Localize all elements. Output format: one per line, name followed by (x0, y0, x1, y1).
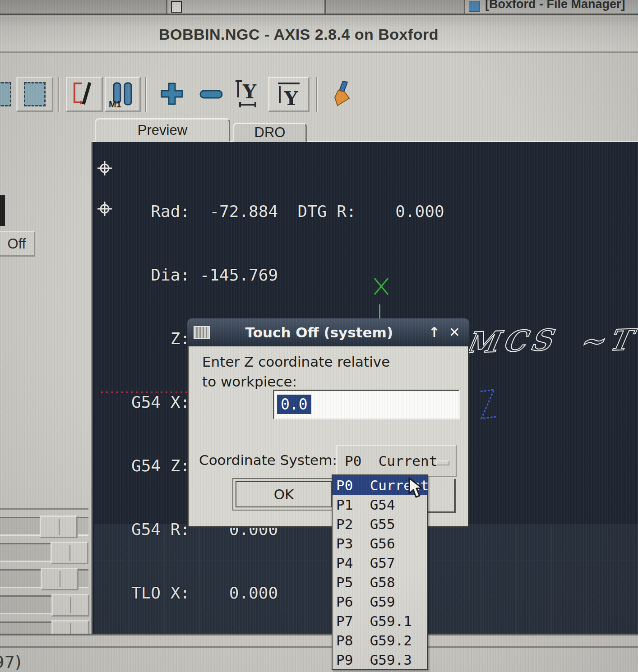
optional-pause-button[interactable]: M1 (105, 77, 141, 112)
toolpath-engraving-fragment: ~T (577, 322, 638, 358)
zoom-in-button[interactable] (153, 77, 191, 112)
window-titlebar: BOBBIN.NGC - AXIS 2.8.4 on Boxford (0, 17, 638, 51)
menu-item-p5[interactable]: P5 G58 (333, 572, 427, 592)
status-bar: 97) (0, 634, 638, 672)
view-y-icon: Y (234, 79, 263, 109)
stop-button-partial[interactable] (0, 77, 13, 112)
screen: [Boxford - File Manager] BOBBIN.NGC - AX… (0, 0, 638, 672)
menu-item-p9[interactable]: P9 G59.3 (333, 650, 427, 669)
status-text-fragment: 97) (0, 653, 22, 672)
tab-preview[interactable]: Preview (95, 118, 230, 142)
jog-slider-handle[interactable] (41, 568, 79, 590)
stop-icon (24, 82, 46, 106)
machine-off-button[interactable]: Off (0, 231, 35, 257)
dro-line: Dia: -145.769 (131, 264, 444, 285)
document-icon (171, 1, 182, 13)
menu-item-p2[interactable]: P2 G55 (333, 514, 427, 534)
highlighted-path-glyph (479, 388, 499, 424)
jog-slider-track[interactable] (0, 569, 88, 588)
jog-slider-handle[interactable] (51, 594, 89, 617)
jog-slider-track[interactable] (0, 543, 88, 562)
cancel-button-fragment[interactable] (428, 479, 456, 513)
toolbar-separator (145, 77, 147, 112)
taskbar-window-file-manager[interactable]: [Boxford - File Manager] (464, 0, 638, 14)
menu-item-p3[interactable]: P3 G56 (333, 534, 427, 553)
homed-icon-x (97, 160, 113, 176)
clear-plot-button[interactable] (324, 77, 363, 112)
menu-item-p4[interactable]: P4 G57 (333, 553, 427, 572)
tab-dro[interactable]: DRO (233, 123, 307, 142)
dialog-titlebar[interactable]: Touch Off (system) ↑ ✕ (187, 318, 469, 346)
tab-preview-label: Preview (138, 122, 187, 138)
dropdown-selected-value: P0 Current (337, 453, 437, 469)
shade-button[interactable]: ↑ (429, 326, 440, 339)
toolbar: M1 Y Y (0, 53, 638, 116)
svg-text:Y: Y (242, 81, 257, 103)
window-menu-icon (194, 326, 210, 339)
dialog-message-line1: Enter Z coordinate relative (202, 354, 390, 370)
zoom-in-plus-icon (158, 81, 186, 108)
m1-label: M1 (109, 99, 121, 110)
taskbar-item-label: [Boxford - File Manager] (485, 0, 625, 11)
ok-button-label: OK (236, 481, 332, 507)
dialog-message-line2: to workpiece: (202, 373, 297, 390)
coordinate-system-label: Coordinate System: (199, 452, 337, 468)
dialog-title: Touch Off (system) (210, 324, 429, 341)
z-coordinate-input[interactable]: 0.0 (273, 390, 460, 419)
jog-slider-track[interactable] (0, 595, 88, 614)
taskbar-window-fragment[interactable] (166, 0, 326, 14)
svg-text:Y: Y (284, 87, 298, 109)
taskbar: [Boxford - File Manager] (0, 0, 638, 15)
menu-item-p6[interactable]: P6 G59 (333, 592, 427, 611)
file-manager-icon (469, 1, 480, 12)
toolbar-separator (316, 77, 318, 112)
zoom-out-minus-icon (198, 81, 225, 108)
panel-widget-fragment (0, 195, 5, 226)
left-panel: Off (0, 142, 92, 634)
homed-icon-z (97, 201, 113, 217)
slider-panel-edge (0, 508, 88, 510)
menu-item-p8[interactable]: P8 G59.2 (333, 631, 427, 650)
clear-plot-brush-icon (328, 79, 359, 109)
dro-line: Rad: -72.884 DTG R: 0.000 (131, 201, 444, 222)
toolpath-engraving-text: MCS (463, 323, 559, 360)
mouse-cursor (407, 477, 426, 501)
view-y2-icon: Y (274, 80, 303, 109)
tool-position-marker (373, 277, 389, 296)
stop-button[interactable] (16, 77, 53, 112)
zoom-out-button[interactable] (193, 77, 229, 112)
coordinate-system-menu: P0 Current P1 G54 P2 G55 P3 G56 P4 G57 P… (332, 474, 428, 670)
menu-item-p7[interactable]: P7 G59.1 (333, 611, 427, 631)
status-bar-ridge (0, 646, 638, 648)
jog-slider-handle[interactable] (51, 542, 88, 564)
dropdown-indicator-icon (436, 460, 449, 465)
tab-dro-label: DRO (254, 124, 286, 141)
block-delete-slash-icon (72, 81, 97, 108)
view-y2-button[interactable]: Y (268, 77, 310, 112)
off-button-label: Off (8, 236, 26, 252)
jog-slider-track[interactable] (0, 517, 88, 536)
stop-icon (0, 82, 11, 106)
window-title: BOBBIN.NGC - AXIS 2.8.4 on Boxford (159, 26, 439, 43)
toolbar-separator (58, 77, 60, 112)
view-y-button[interactable]: Y (231, 77, 265, 112)
block-delete-button[interactable] (66, 77, 103, 112)
ok-button[interactable]: OK (232, 478, 335, 511)
selected-entry-text: 0.0 (277, 395, 311, 414)
jog-slider-handle[interactable] (40, 516, 78, 538)
close-button[interactable]: ✕ (449, 326, 460, 339)
coordinate-system-dropdown[interactable]: P0 Current (336, 445, 457, 477)
